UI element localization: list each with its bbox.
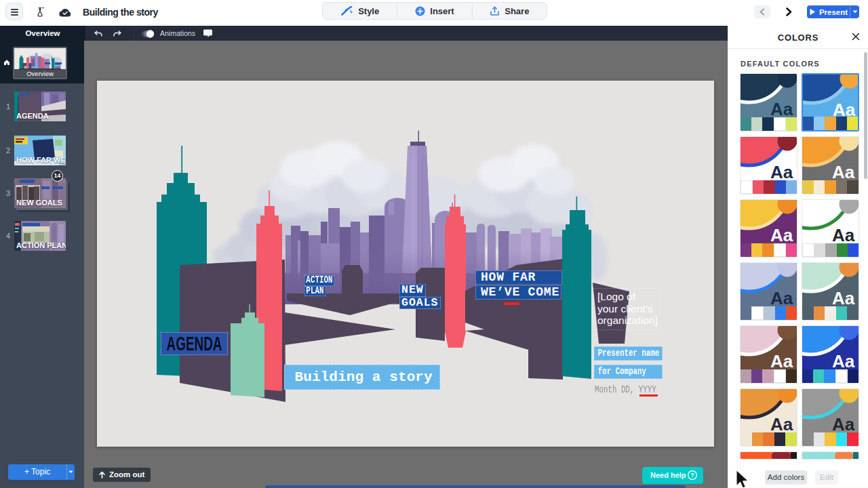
svg-text:Aa: Aa xyxy=(770,225,793,243)
svg-text:Aa: Aa xyxy=(832,288,855,306)
svg-text:Aa: Aa xyxy=(770,351,793,369)
svg-text:?: ? xyxy=(690,472,694,479)
svg-text:Aa: Aa xyxy=(770,99,793,117)
svg-text:Aa: Aa xyxy=(770,162,793,180)
svg-text:Aa: Aa xyxy=(833,100,856,118)
svg-text:Aa: Aa xyxy=(770,288,793,306)
svg-text:Aa: Aa xyxy=(832,351,855,369)
svg-text:Aa: Aa xyxy=(770,414,793,432)
svg-text:Aa: Aa xyxy=(832,225,855,243)
svg-text:Aa: Aa xyxy=(832,414,855,432)
svg-text:Aa: Aa xyxy=(832,162,855,180)
